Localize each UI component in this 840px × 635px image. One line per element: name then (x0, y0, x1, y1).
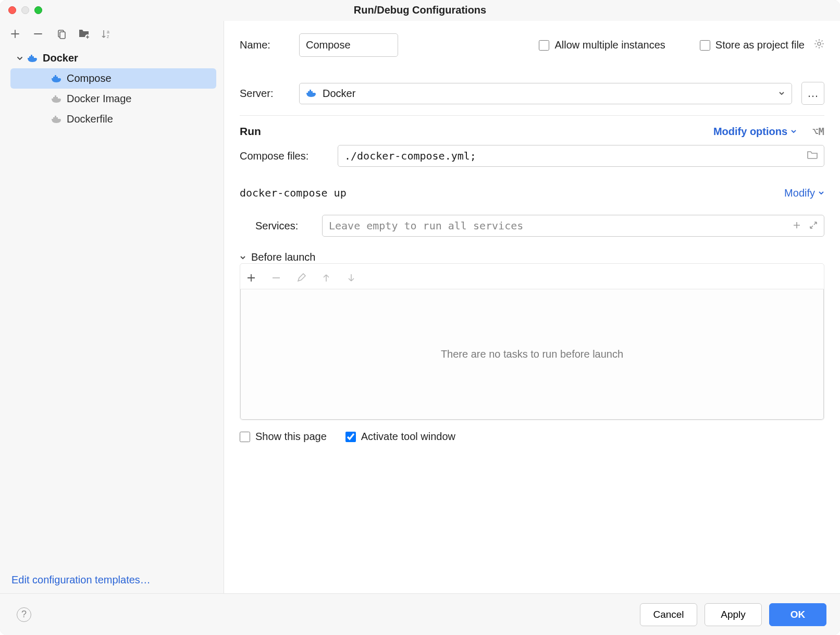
dialog-window: Run/Debug Configurations az (0, 0, 840, 635)
docker-icon (306, 89, 317, 98)
ok-button[interactable]: OK (769, 603, 826, 626)
server-value: Docker (323, 88, 355, 100)
cancel-button[interactable]: Cancel (640, 603, 697, 626)
main-panel: Name: Allow multiple instances Store as … (224, 21, 840, 593)
tree-group-label: Docker (43, 52, 78, 64)
before-launch-empty-text: There are no tasks to run before launch (441, 348, 623, 360)
server-row: Server: Docker … (240, 82, 824, 105)
run-section-header: Run Modify options ⌥M (240, 125, 824, 138)
footer-left: ? (14, 607, 31, 622)
modify-options-shortcut: ⌥M (812, 126, 824, 137)
title-bar: Run/Debug Configurations (0, 0, 840, 21)
before-launch-panel: There are no tasks to run before launch (240, 263, 824, 420)
store-project-label: Store as project file (715, 39, 805, 51)
add-service-icon[interactable] (793, 219, 801, 232)
activate-tool-label: Activate tool window (361, 431, 455, 443)
config-form: Name: Allow multiple instances Store as … (224, 21, 840, 593)
sidebar: az Docker Compose (0, 21, 224, 593)
docker-compose-up-header: docker-compose up Modify (240, 176, 824, 207)
chevron-down-icon (790, 128, 797, 135)
services-input[interactable]: Leave empty to run all services (322, 215, 824, 237)
add-task-icon[interactable] (245, 272, 257, 284)
docker-icon (51, 74, 63, 83)
apply-button[interactable]: Apply (705, 603, 762, 626)
server-browse-button[interactable]: … (801, 82, 824, 105)
help-button[interactable]: ? (17, 607, 31, 622)
allow-multiple-input[interactable] (539, 40, 549, 51)
tree-item-label: Docker Image (67, 93, 132, 105)
services-label: Services: (255, 220, 313, 232)
dialog-body: az Docker Compose (0, 21, 840, 593)
server-select[interactable]: Docker (299, 83, 792, 104)
compose-files-field[interactable]: ./docker-compose.yml; (338, 145, 824, 167)
gear-icon[interactable] (814, 39, 824, 52)
save-temp-config-icon[interactable] (78, 28, 90, 40)
tree-group-docker[interactable]: Docker (0, 48, 224, 68)
tree-item-docker-image[interactable]: Docker Image (0, 89, 224, 109)
bottom-checks: Show this page Activate tool window (240, 420, 824, 447)
before-launch-toolbar (240, 264, 824, 289)
move-up-icon (320, 272, 332, 284)
chevron-down-icon (17, 52, 23, 64)
before-launch-empty: There are no tasks to run before launch (240, 289, 824, 420)
name-label: Name: (240, 39, 290, 51)
close-window-button[interactable] (8, 6, 16, 14)
activate-tool-checkbox[interactable]: Activate tool window (345, 431, 455, 443)
show-page-checkbox[interactable]: Show this page (240, 431, 327, 443)
minimize-window-button[interactable] (21, 6, 29, 14)
zoom-window-button[interactable] (34, 6, 42, 14)
show-page-label: Show this page (255, 431, 327, 443)
traffic-lights (0, 6, 42, 14)
tree-item-label: Compose (67, 72, 112, 84)
chevron-down-icon (778, 88, 785, 100)
run-section-label: Run (240, 125, 261, 138)
tree-item-compose[interactable]: Compose (10, 68, 216, 89)
remove-task-icon (270, 272, 282, 284)
svg-text:z: z (107, 34, 109, 39)
folder-icon[interactable] (807, 150, 818, 162)
docker-icon (51, 94, 63, 104)
compose-files-label: Compose files: (240, 150, 328, 162)
copy-config-icon[interactable] (55, 28, 67, 40)
chevron-down-icon (818, 190, 824, 196)
add-config-icon[interactable] (9, 28, 21, 40)
allow-multiple-label: Allow multiple instances (554, 39, 665, 51)
window-title: Run/Debug Configurations (0, 4, 840, 16)
store-project-checkbox[interactable]: Store as project file (700, 39, 805, 51)
expand-icon[interactable] (809, 219, 818, 232)
name-row: Name: Allow multiple instances Store as … (240, 33, 824, 57)
modify-link[interactable]: Modify (784, 187, 824, 199)
svg-point-5 (818, 42, 821, 45)
activate-tool-input[interactable] (345, 432, 356, 442)
tree-item-label: Dockerfile (67, 113, 113, 125)
before-launch-header[interactable]: Before launch (240, 237, 824, 263)
docker-icon (27, 54, 39, 63)
server-label: Server: (240, 88, 290, 100)
move-down-icon (345, 272, 357, 284)
before-launch-label: Before launch (251, 251, 315, 263)
remove-config-icon[interactable] (32, 28, 44, 40)
store-project-input[interactable] (700, 40, 710, 51)
edit-task-icon (295, 272, 307, 284)
compose-files-row: Compose files: ./docker-compose.yml; (240, 145, 824, 167)
docker-compose-up-label: docker-compose up (240, 187, 347, 199)
svg-rect-1 (60, 32, 65, 39)
modify-options-text: Modify options (713, 126, 787, 138)
modify-options-link[interactable]: Modify options (713, 126, 797, 138)
dialog-footer: ? Cancel Apply OK (0, 593, 840, 635)
name-input[interactable] (299, 33, 398, 57)
config-tree: Docker Compose Docker Image (0, 45, 224, 567)
services-placeholder: Leave empty to run all services (329, 219, 523, 232)
services-row: Services: Leave empty to run all service… (240, 215, 824, 237)
sidebar-toolbar: az (0, 21, 224, 45)
modify-text: Modify (784, 187, 815, 199)
compose-files-value: ./docker-compose.yml; (344, 150, 476, 162)
show-page-input[interactable] (240, 432, 250, 442)
divider (240, 115, 824, 116)
tree-item-dockerfile[interactable]: Dockerfile (0, 109, 224, 129)
allow-multiple-checkbox[interactable]: Allow multiple instances (539, 39, 665, 51)
sort-icon[interactable]: az (101, 28, 113, 40)
docker-icon (51, 115, 63, 124)
chevron-down-icon (240, 254, 246, 261)
edit-templates-link[interactable]: Edit configuration templates… (0, 567, 224, 593)
